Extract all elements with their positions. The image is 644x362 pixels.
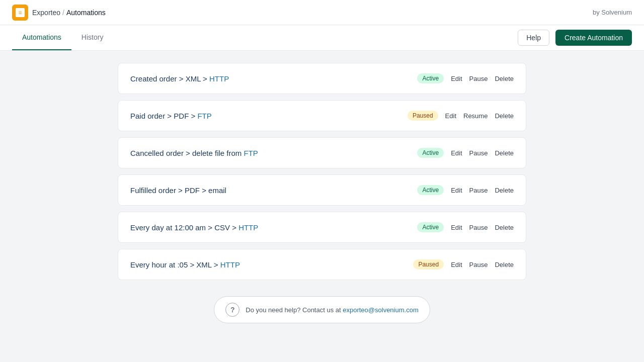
breadcrumb-current: Automations [66,9,106,17]
help-button[interactable]: Help [518,30,549,46]
automation-card-1: Created order > XML > HTTP Active Edit P… [118,63,526,94]
status-badge-4: Active [417,185,444,195]
resume-link-2[interactable]: Resume [463,112,488,120]
footer-help-text: Do you need help? Contact us at exporteo… [246,306,418,314]
edit-link-2[interactable]: Edit [445,112,456,120]
status-badge-2: Paused [408,111,438,121]
automation-card-6: Every hour at :05 > XML > HTTP Paused Ed… [118,249,526,280]
delete-link-6[interactable]: Delete [495,261,514,268]
app-logo [12,5,28,21]
card-actions-3: Active Edit Pause Delete [417,148,514,158]
pause-link-1[interactable]: Pause [469,75,488,82]
edit-link-1[interactable]: Edit [451,75,462,82]
delete-link-1[interactable]: Delete [495,75,514,82]
automation-title-6: Every hour at :05 > XML > HTTP [130,260,240,269]
automation-card-4: Fulfilled order > PDF > email Active Edi… [118,174,526,206]
card-actions-4: Active Edit Pause Delete [417,185,514,195]
top-bar: Exporteo / Automations by Solvenium [0,0,644,25]
card-actions-6: Paused Edit Pause Delete [413,259,514,269]
status-badge-3: Active [417,148,444,158]
status-badge-6: Paused [413,259,444,269]
top-bar-left: Exporteo / Automations [12,5,106,21]
pause-link-5[interactable]: Pause [469,224,488,231]
pause-link-4[interactable]: Pause [469,187,488,194]
breadcrumb: Exporteo / Automations [32,9,106,17]
card-actions-2: Paused Edit Resume Delete [408,111,514,121]
edit-link-3[interactable]: Edit [451,149,462,157]
automation-title-2: Paid order > PDF > FTP [130,112,212,120]
delete-link-3[interactable]: Delete [495,149,514,157]
footer-help: ? Do you need help? Contact us at export… [118,296,526,323]
automation-card-5: Every day at 12:00 am > CSV > HTTP Activ… [118,212,526,243]
automation-title-3: Cancelled order > delete file from FTP [130,149,258,157]
automation-card-2: Paid order > PDF > FTP Paused Edit Resum… [118,100,526,131]
help-prefix: Do you need help? Contact us at [246,306,343,314]
delete-link-5[interactable]: Delete [495,224,514,231]
edit-link-5[interactable]: Edit [451,224,462,231]
status-badge-1: Active [417,73,444,83]
automation-title-5: Every day at 12:00 am > CSV > HTTP [130,223,258,232]
delete-link-4[interactable]: Delete [495,187,514,194]
automation-title-1: Created order > XML > HTTP [130,74,229,83]
nav-tabs: Automations History Help Create Automati… [0,25,644,51]
create-automation-button[interactable]: Create Automation [555,30,632,46]
logo-icon [16,8,25,17]
automation-card-3: Cancelled order > delete file from FTP A… [118,137,526,168]
tab-history[interactable]: History [71,25,114,50]
status-badge-5: Active [417,222,444,232]
question-icon: ? [225,303,239,317]
breadcrumb-separator: / [62,9,64,17]
card-actions-1: Active Edit Pause Delete [417,73,514,83]
tab-automations[interactable]: Automations [12,25,71,50]
edit-link-6[interactable]: Edit [451,261,462,268]
automation-title-4: Fulfilled order > PDF > email [130,186,226,195]
tabs-list: Automations History [12,25,113,50]
breadcrumb-brand: Exporteo [32,9,60,17]
help-email-link[interactable]: exporteo@solvenium.com [343,306,418,314]
by-label: by Solvenium [593,9,632,16]
delete-link-2[interactable]: Delete [495,112,514,120]
footer-help-box: ? Do you need help? Contact us at export… [214,296,430,323]
pause-link-6[interactable]: Pause [469,261,488,268]
card-actions-5: Active Edit Pause Delete [417,222,514,232]
pause-link-3[interactable]: Pause [469,149,488,157]
tabs-right: Help Create Automation [518,30,632,46]
main-content: Created order > XML > HTTP Active Edit P… [106,51,538,335]
edit-link-4[interactable]: Edit [451,187,462,194]
